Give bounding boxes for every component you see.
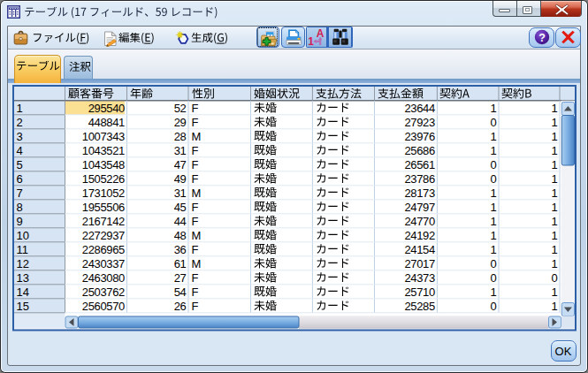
svg-text:1: 1 [308,34,314,47]
svg-text:?: ? [538,32,546,44]
